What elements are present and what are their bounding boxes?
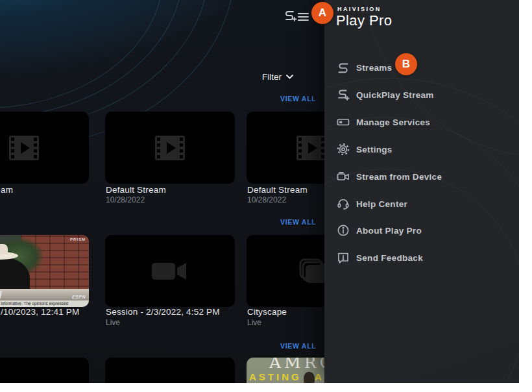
card-live-badge: Live (247, 318, 261, 327)
card-date: 10/28/2022 (247, 195, 286, 204)
feedback-bubble-icon (337, 251, 350, 264)
film-play-icon (155, 136, 185, 160)
play-pro-logo-text: Play Pro (336, 12, 392, 29)
promo-person-head (304, 372, 315, 383)
settings-gear-icon (337, 143, 350, 156)
menu-item-label: Help Center (356, 199, 407, 209)
menu-item-streams[interactable]: Streams (324, 59, 519, 76)
view-all-link-sessions[interactable]: VIEW ALL (280, 218, 316, 226)
card-title: am (1, 185, 13, 195)
video-still-card[interactable]: PRISM ESPN meant to be comedic informati… (0, 235, 89, 307)
view-all-link-more[interactable]: VIEW ALL (280, 342, 316, 350)
menu-item-about-play-pro[interactable]: About Play Pro (324, 222, 519, 239)
ticker-text: meant to be comedic informative. The opi… (0, 300, 89, 307)
film-play-icon (9, 136, 39, 160)
stacked-streams-icon (295, 258, 328, 285)
menu-item-label: Stream from Device (356, 172, 442, 182)
stream-card[interactable] (105, 112, 235, 184)
card-title: Default Stream (247, 185, 308, 195)
session-card[interactable] (105, 235, 235, 307)
menu-item-label: About Play Pro (356, 226, 422, 236)
stream-from-device-icon (337, 170, 350, 183)
card-title: Cityscape (247, 307, 287, 317)
cowboy-hat-crown (0, 244, 8, 254)
menu-item-label: Manage Services (356, 117, 430, 127)
menu-item-settings[interactable]: Settings (324, 141, 519, 158)
doc-canvas: Filter VIEW ALL VIEW ALL VIEW ALL (0, 0, 532, 392)
info-icon (337, 224, 350, 237)
hamburger-menu-icon[interactable] (298, 12, 309, 24)
menu-item-label: QuickPlay Stream (356, 90, 434, 100)
menu-item-stream-from-device[interactable]: Stream from Device (324, 168, 519, 185)
annotation-badge-a: A (311, 2, 333, 24)
menu-item-help-center[interactable]: Help Center (324, 195, 519, 212)
streams-icon (337, 61, 350, 74)
side-menu-panel: HAIVISION Play Pro Streams QuickPlay (324, 0, 519, 383)
haivision-logo-text: HAIVISION (337, 6, 381, 12)
menu-item-quickplay-stream[interactable]: QuickPlay Stream (324, 86, 519, 103)
card-title: Session - 2/3/2022, 4:52 PM (106, 307, 220, 317)
play-pro-app: Filter VIEW ALL VIEW ALL VIEW ALL (0, 0, 519, 383)
video-camera-icon (152, 260, 188, 282)
card-title: Default Stream (106, 185, 166, 195)
card-live-badge: Live (106, 318, 120, 327)
help-headset-icon (337, 197, 350, 210)
card-title: /10/2023, 12:41 PM (1, 307, 79, 317)
channel-logo: PRISM (70, 238, 86, 241)
manage-services-icon (337, 116, 350, 129)
card-date: 10/28/2022 (106, 195, 145, 204)
video-thumbnail: PRISM ESPN meant to be comedic informati… (0, 235, 89, 307)
view-all-link-streams[interactable]: VIEW ALL (280, 95, 316, 103)
film-play-icon (296, 136, 326, 160)
stream-card[interactable] (105, 358, 235, 383)
filter-label: Filter (262, 72, 282, 82)
annotation-badge-b: B (395, 53, 417, 75)
quickplay-add-icon[interactable] (283, 8, 297, 27)
menu-item-send-feedback[interactable]: Send Feedback (324, 249, 519, 266)
menu-item-manage-services[interactable]: Manage Services (324, 114, 519, 130)
chevron-down-icon (286, 75, 293, 79)
menu-item-label: Send Feedback (356, 253, 423, 263)
quickplay-stream-icon (337, 88, 350, 101)
stream-card[interactable] (0, 112, 89, 184)
filter-dropdown[interactable]: Filter (262, 72, 293, 82)
menu-item-label: Settings (356, 145, 393, 154)
stream-card[interactable] (0, 358, 89, 383)
menu-item-label: Streams (356, 63, 392, 73)
watermark-logo: ESPN (72, 295, 86, 299)
